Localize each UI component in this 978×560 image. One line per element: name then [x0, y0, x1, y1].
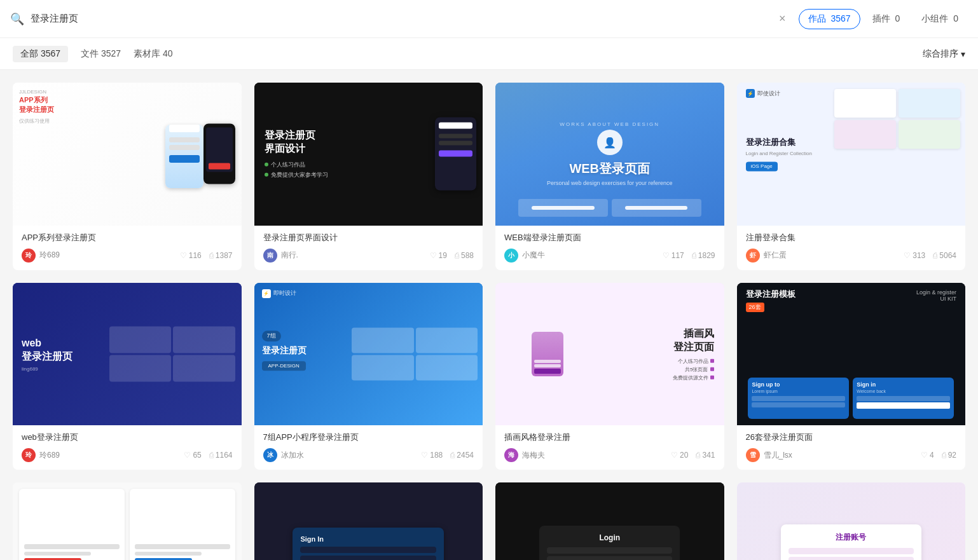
tab-works-count: 3567: [830, 13, 850, 24]
thumb-art-7: 插画风 登注页面 个人练习作品 共5张页面 免费提供源文件: [495, 283, 724, 426]
filter-assets-label: 素材库: [134, 48, 160, 58]
likes-count-6: 188: [430, 451, 443, 460]
copy-icon-5: ⎙: [209, 451, 214, 460]
card-author-4: 虾 虾仁蛋: [746, 249, 787, 263]
card-10[interactable]: Sign In Login 登录注册UI设计 B 设计师B: [254, 482, 483, 560]
card-2[interactable]: 登录注册页 界面设计 个人练习作品 免费提供大家参考学习: [254, 83, 483, 270]
likes-count-3: 117: [672, 251, 684, 260]
copy-icon-4: ⎙: [933, 251, 937, 260]
card-meta-2: 南 南行. ♡ 19 ⎙ 588: [263, 249, 474, 263]
tab-works[interactable]: 作品 3567: [799, 9, 860, 29]
filter-left: 全部 3567 文件 3527 素材库 40: [13, 46, 173, 62]
likes-count-5: 65: [193, 451, 201, 460]
card-info-1: APP系列登录注册页 玲 玲689 ♡ 116 ⎙ 1387: [13, 226, 242, 270]
views-2: ⎙ 588: [455, 251, 474, 260]
likes-7: ♡ 20: [671, 451, 688, 460]
card-thumb-5: web 登录注册页 ling689: [13, 283, 242, 426]
card-stats-1: ♡ 116 ⎙ 1387: [180, 251, 233, 260]
filter-assets-count: 40: [163, 48, 173, 58]
card-title-3: WEB端登录注册页面: [504, 232, 715, 243]
thumb-art-8: 登录注册模板 26套 Login & register UI KIT Sign …: [737, 283, 966, 426]
thumb-art-2: 登录注册页 界面设计 个人练习作品 免费提供大家参考学习: [254, 83, 483, 226]
filter-assets[interactable]: 素材库 40: [134, 46, 172, 62]
copy-icon-2: ⎙: [455, 251, 459, 260]
card-stats-2: ♡ 19 ⎙ 588: [430, 251, 474, 260]
author-name-6: 冰加水: [281, 450, 304, 461]
avatar-7: 海: [504, 448, 518, 462]
heart-icon-2: ♡: [430, 251, 437, 260]
views-3: ⎙ 1829: [692, 251, 715, 260]
card-info-3: WEB端登录注册页面 小 小魔牛 ♡ 117 ⎙ 1829: [495, 226, 724, 270]
search-input[interactable]: [31, 13, 774, 24]
clear-button[interactable]: ×: [774, 10, 791, 28]
avatar-6: 冰: [263, 448, 277, 462]
card-info-8: 26套登录注册页面 雪 雪儿_lsx ♡ 4 ⎙ 92: [737, 425, 966, 470]
card-5[interactable]: web 登录注册页 ling689 web登录注册页 玲: [13, 283, 242, 470]
card-info-2: 登录注册页界面设计 南 南行. ♡ 19 ⎙ 588: [254, 226, 483, 270]
card-3[interactable]: WORKS ABOUT WEB DESIGN 👤 WEB登录页面 Persona…: [495, 83, 724, 270]
avatar-8: 雪: [746, 448, 760, 462]
card-4[interactable]: ⚡ 即使设计 登录注册合集 Login and Register Collect…: [737, 83, 966, 270]
filter-bar: 全部 3567 文件 3527 素材库 40 综合排序 ▾: [0, 38, 978, 70]
card-thumb-4: ⚡ 即使设计 登录注册合集 Login and Register Collect…: [737, 83, 966, 226]
views-1: ⎙ 1387: [209, 251, 233, 260]
author-name-4: 虾仁蛋: [764, 250, 787, 261]
avatar-2: 南: [263, 249, 277, 263]
card-author-1: 玲 玲689: [22, 249, 60, 263]
card-9[interactable]: 登录注册页 设 设计师A ♡ 32 ⎙ 450: [13, 482, 242, 560]
sort-button[interactable]: 综合排序 ▾: [923, 48, 965, 60]
likes-8: ♡ 4: [921, 451, 934, 460]
filter-all[interactable]: 全部 3567: [13, 46, 68, 62]
card-thumb-11: Login Sign In: [495, 482, 724, 560]
thumb-art-6: ⚡ 即时设计 7组 登录注册页 APP-DESIGN: [254, 283, 483, 426]
card-meta-1: 玲 玲689 ♡ 116 ⎙ 1387: [22, 249, 233, 263]
author-name-3: 小魔牛: [522, 250, 545, 261]
likes-count-4: 313: [913, 251, 925, 260]
thumb-art-9: [13, 482, 242, 560]
card-title-8: 26套登录注册页面: [746, 432, 957, 443]
card-author-6: 冰 冰加水: [263, 448, 304, 462]
card-8[interactable]: 登录注册模板 26套 Login & register UI KIT Sign …: [737, 283, 966, 470]
card-thumb-3: WORKS ABOUT WEB DESIGN 👤 WEB登录页面 Persona…: [495, 83, 724, 226]
card-info-4: 注册登录合集 虾 虾仁蛋 ♡ 313 ⎙ 5064: [737, 226, 966, 270]
avatar-4: 虾: [746, 249, 760, 263]
card-thumb-10: Sign In Login: [254, 482, 483, 560]
card-thumb-2: 登录注册页 界面设计 个人练习作品 免费提供大家参考学习: [254, 83, 483, 226]
search-tabs: 作品 3567 插件 0 小组件 0: [799, 9, 968, 29]
card-author-7: 海 海梅夫: [504, 448, 545, 462]
likes-3: ♡ 117: [663, 251, 684, 260]
likes-5: ♡ 65: [184, 451, 201, 460]
card-thumb-8: 登录注册模板 26套 Login & register UI KIT Sign …: [737, 283, 966, 426]
likes-count-7: 20: [680, 451, 688, 460]
search-icon: 🔍: [10, 12, 24, 26]
views-6: ⎙ 2454: [450, 451, 474, 460]
card-title-7: 插画风格登录注册: [504, 432, 715, 443]
card-author-2: 南 南行.: [263, 249, 298, 263]
thumb-art-3: WORKS ABOUT WEB DESIGN 👤 WEB登录页面 Persona…: [495, 83, 724, 226]
card-12[interactable]: 注册账号 Submit 蓝紫渐变登录页 D 设计师D: [737, 482, 966, 560]
card-thumb-7: 插画风 登注页面 个人练习作品 共5张页面 免费提供源文件: [495, 283, 724, 426]
card-1[interactable]: APP系列 登录注册页 仅供练习使用: [13, 83, 242, 270]
likes-6: ♡ 188: [421, 451, 443, 460]
heart-icon-4: ♡: [904, 251, 911, 260]
card-7[interactable]: 插画风 登注页面 个人练习作品 共5张页面 免费提供源文件: [495, 283, 724, 470]
views-count-8: 92: [948, 451, 956, 460]
tab-works-label: 作品: [808, 13, 826, 24]
tab-plugins[interactable]: 插件 0: [863, 9, 910, 29]
views-8: ⎙ 92: [942, 451, 956, 460]
card-stats-3: ♡ 117 ⎙ 1829: [663, 251, 715, 260]
filter-files-label: 文件: [81, 48, 99, 58]
tab-components[interactable]: 小组件 0: [912, 9, 968, 29]
views-count-4: 5064: [939, 251, 956, 260]
author-name-8: 雪儿_lsx: [764, 450, 792, 461]
heart-icon-7: ♡: [671, 451, 678, 460]
author-name-2: 南行.: [281, 250, 298, 261]
card-11[interactable]: Login Sign In 暗色登录页面设计 C 设计师C: [495, 482, 724, 560]
card-info-6: 7组APP小程序登录注册页 冰 冰加水 ♡ 188 ⎙ 2454: [254, 425, 483, 470]
card-stats-7: ♡ 20 ⎙ 341: [671, 451, 715, 460]
card-info-5: web登录注册页 玲 玲689 ♡ 65 ⎙ 1164: [13, 425, 242, 470]
heart-icon-5: ♡: [184, 451, 191, 460]
filter-files[interactable]: 文件 3527: [81, 46, 121, 62]
card-6[interactable]: ⚡ 即时设计 7组 登录注册页 APP-DESIGN: [254, 283, 483, 470]
thumb-art-5: web 登录注册页 ling689: [13, 283, 242, 426]
